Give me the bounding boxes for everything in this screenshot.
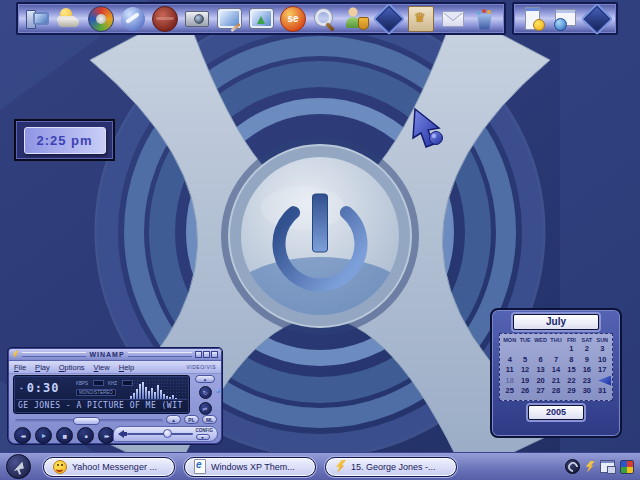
recycle-bin-icon[interactable] xyxy=(471,5,499,33)
calendar-dayheader: TUE xyxy=(517,337,532,343)
blue-diamond-icon[interactable] xyxy=(375,5,403,33)
web-browser-icon[interactable] xyxy=(551,5,579,33)
volume-thumb[interactable] xyxy=(163,429,172,438)
calendar-day: 9 xyxy=(579,355,594,366)
taskbar-task-yahoo-smiley[interactable]: Yahoo! Messenger ... xyxy=(43,457,175,477)
color-swirl-icon[interactable] xyxy=(87,5,115,33)
start-button[interactable] xyxy=(6,454,31,479)
stop-button[interactable] xyxy=(77,427,94,444)
task-label: 15. George Jones -... xyxy=(351,462,436,472)
user-shield-glyph xyxy=(345,7,369,31)
dock-main-section: se xyxy=(16,2,506,35)
taskbar-task-winamp-bolt[interactable]: 15. George Jones -... xyxy=(325,457,457,477)
calendar-week-row: 123 xyxy=(502,344,610,355)
media-library-button[interactable]: ML xyxy=(202,415,217,424)
repeat-button[interactable] xyxy=(199,386,212,399)
winamp-menu-play[interactable]: Play xyxy=(35,363,50,372)
volume-slider[interactable] xyxy=(127,433,193,435)
shade-button[interactable] xyxy=(203,351,210,358)
crown-portrait-glyph xyxy=(408,6,434,32)
blue-diamond-glyph xyxy=(581,2,613,34)
calendar-day: 16 xyxy=(579,365,594,376)
previous-button[interactable] xyxy=(14,427,31,444)
calendar-day: 10 xyxy=(595,355,610,366)
yahoo-smiley-icon xyxy=(53,460,67,474)
config-label: CONFIG xyxy=(196,428,214,433)
play-button[interactable] xyxy=(35,427,52,444)
tray-dock-settings-icon[interactable] xyxy=(565,459,580,474)
se-search-icon[interactable]: se xyxy=(279,5,307,33)
calendar-dayheader: MON xyxy=(502,337,517,343)
user-shield-icon[interactable] xyxy=(343,5,371,33)
blue-figure-icon[interactable] xyxy=(119,5,147,33)
display-paint-glyph xyxy=(217,7,241,31)
calendar-header: July xyxy=(499,314,613,330)
pause-button[interactable] xyxy=(56,427,73,444)
winamp-menu-view[interactable]: View xyxy=(94,363,110,372)
calendar-day: 31 xyxy=(595,386,610,397)
red-globe-glyph xyxy=(152,6,178,32)
blue-diamond-icon[interactable] xyxy=(583,5,611,33)
seek-slider[interactable] xyxy=(15,417,163,426)
calendar-grid: MONTUEWEDTHUFRISATSUN 123456789101112131… xyxy=(499,333,613,401)
calendar-widget[interactable]: July MONTUEWEDTHUFRISATSUN 1234567891011… xyxy=(490,308,622,438)
email-glyph xyxy=(441,7,465,31)
calendar-day xyxy=(595,376,610,387)
ie-page-icon xyxy=(194,459,206,474)
playlist-buttons: PL ML xyxy=(166,415,217,424)
winamp-spectrum xyxy=(130,379,186,400)
calendar-day: 17 xyxy=(595,365,610,376)
stream-info-badges: KBPS KHZ xyxy=(76,380,133,386)
start-arrow-icon xyxy=(9,457,29,477)
winamp-menu-file[interactable]: File xyxy=(14,363,26,372)
minimize-button[interactable] xyxy=(195,351,202,358)
red-globe-icon[interactable] xyxy=(151,5,179,33)
calendar-day: 12 xyxy=(517,365,532,376)
blue-figure-glyph xyxy=(121,7,145,31)
calendar-day: 8 xyxy=(564,355,579,366)
task-label: Yahoo! Messenger ... xyxy=(72,462,157,472)
mono-stereo-indicator: MONO/STEREO xyxy=(76,389,116,396)
yahoo-messenger-icon[interactable] xyxy=(519,5,547,33)
taskbar-task-ie-page[interactable]: Windows XP Them... xyxy=(184,457,316,477)
calendar-day: 2 xyxy=(579,344,594,355)
calendar-day: 25 xyxy=(502,386,517,397)
collapse-button[interactable] xyxy=(195,375,215,383)
calendar-dayheader: WED xyxy=(533,337,548,343)
winamp-menu-help[interactable]: Help xyxy=(119,363,134,372)
magnifier-icon[interactable] xyxy=(311,5,339,33)
winamp-menu-options[interactable]: Options xyxy=(59,363,85,372)
kbps-label: KBPS xyxy=(76,381,88,386)
winamp-title: WINAMP xyxy=(89,351,124,358)
crown-portrait-icon[interactable] xyxy=(407,5,435,33)
recycle-bin-glyph xyxy=(473,7,497,31)
calendar-day: 13 xyxy=(533,365,548,376)
dock-right-section xyxy=(512,2,618,35)
config-dropdown-button[interactable] xyxy=(196,434,210,440)
titlebar-ornament-line xyxy=(128,352,192,357)
shuffle-button[interactable] xyxy=(199,402,212,415)
winamp-player[interactable]: WINAMP FilePlayOptionsViewHelpVIDEO/VIS … xyxy=(8,348,222,444)
calendar-week-row: 25262728293031 xyxy=(502,386,610,397)
magnifier-glyph xyxy=(313,7,337,31)
winamp-titlebar[interactable]: WINAMP xyxy=(9,349,221,361)
seek-thumb[interactable] xyxy=(73,417,100,425)
display-upload-icon[interactable] xyxy=(247,5,275,33)
tray-display-colors-icon[interactable] xyxy=(620,460,634,474)
weather-icon[interactable] xyxy=(55,5,83,33)
config-control[interactable]: CONFIG xyxy=(196,428,214,440)
eject-button[interactable] xyxy=(166,415,181,424)
display-paint-icon[interactable] xyxy=(215,5,243,33)
clock-widget[interactable]: 2:25 pm xyxy=(14,119,115,161)
kbps-value-box xyxy=(93,380,104,386)
tray-display-window-icon[interactable] xyxy=(600,460,615,473)
close-button[interactable] xyxy=(211,351,218,358)
speaker-icon xyxy=(118,430,124,438)
calendar-day: 4 xyxy=(502,355,517,366)
playlist-button[interactable]: PL xyxy=(184,415,199,424)
my-computer-icon[interactable] xyxy=(23,5,51,33)
camera-icon[interactable] xyxy=(183,5,211,33)
tray-winamp-icon[interactable] xyxy=(585,461,595,473)
calendar-day: 7 xyxy=(548,355,563,366)
email-icon[interactable] xyxy=(439,5,467,33)
